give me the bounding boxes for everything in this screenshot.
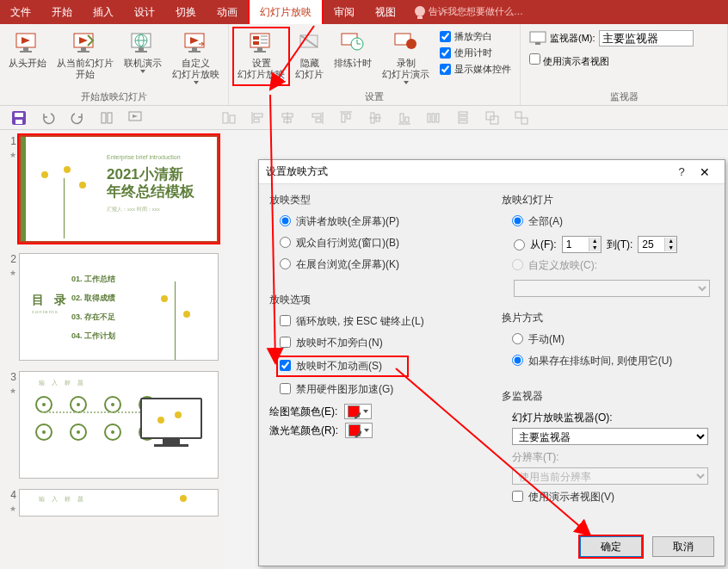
pen-color-picker[interactable] (344, 404, 372, 419)
btn-present-online[interactable]: 联机演示 (119, 27, 167, 86)
chk-no-animation[interactable]: 放映时不加动画(S) (278, 357, 407, 375)
tab-transition[interactable]: 切换 (165, 0, 207, 24)
start-show-icon[interactable] (127, 109, 145, 127)
radio-all[interactable]: 全部(A) (512, 214, 714, 229)
monitor-illustration (140, 398, 202, 439)
svg-rect-29 (535, 42, 540, 45)
btn-hide-slide[interactable]: 隐藏幻灯片 (290, 27, 329, 86)
ribbon-group-monitor: 监视器(M): 使用演示者视图 监视器 (521, 24, 728, 105)
chk-no-narration[interactable]: 放映时不加旁白(N) (280, 336, 481, 350)
thumb-number: 1★ (3, 135, 19, 243)
laser-color-picker[interactable] (345, 423, 373, 438)
tab-review[interactable]: 审阅 (324, 0, 365, 24)
setup-icon (248, 28, 275, 56)
svg-rect-11 (135, 51, 147, 53)
tab-home[interactable]: 开始 (41, 0, 83, 24)
thumb-4[interactable]: 4★ 输 入 标 题 (3, 489, 219, 516)
touch-mode-icon[interactable] (98, 109, 115, 127)
spin-up-icon[interactable]: ▲ (589, 238, 601, 244)
close-icon[interactable]: ✕ (692, 165, 718, 179)
thumb-1[interactable]: 1★ Enterprise brief introduction 2021小清新… (3, 135, 219, 243)
monitor-select[interactable] (599, 30, 694, 46)
lbl-show-on: 幻灯片放映监视器(O): (512, 411, 714, 425)
tab-file[interactable]: 文件 (0, 0, 41, 24)
chk-presenter-view[interactable]: 使用演示者视图 (529, 53, 609, 68)
distribute-h-icon[interactable] (425, 109, 442, 127)
custom-show-select (514, 280, 710, 297)
svg-rect-37 (230, 115, 235, 123)
section-show-type: 放映类型 (269, 193, 481, 207)
align-middle-icon[interactable] (367, 109, 384, 127)
tab-design[interactable]: 设计 (124, 0, 165, 24)
chk-loop[interactable]: 循环放映, 按 ESC 键终止(L) (280, 314, 481, 329)
select-show-on[interactable]: 主要监视器 (512, 428, 708, 445)
chk-presenter-view-dlg[interactable]: 使用演示者视图(V) (512, 490, 714, 504)
align-right-icon[interactable] (308, 109, 325, 127)
svg-rect-65 (521, 118, 527, 124)
btn-setup-slideshow[interactable]: 设置幻灯片放映 (232, 27, 290, 86)
lightbulb-icon (415, 6, 425, 16)
btn-from-beginning[interactable]: 从头开始 (3, 27, 52, 86)
redo-icon[interactable] (69, 109, 86, 127)
radio-use-timings[interactable]: 如果存在排练时间, 则使用它(U) (512, 354, 714, 368)
svg-rect-33 (102, 113, 106, 123)
chk-show-media[interactable]: 显示媒体控件 (440, 63, 511, 76)
ungroup-icon[interactable] (513, 109, 530, 127)
spin-down-icon[interactable]: ▼ (664, 244, 676, 251)
chk-disable-hw[interactable]: 禁用硬件图形加速(G) (280, 382, 481, 397)
spin-from[interactable]: ▲▼ (562, 236, 602, 253)
svg-rect-61 (459, 121, 467, 123)
align-icon[interactable] (220, 109, 238, 127)
align-bottom-icon[interactable] (396, 109, 413, 127)
svg-point-27 (406, 39, 416, 49)
svg-rect-54 (400, 114, 404, 122)
align-center-icon[interactable] (279, 109, 296, 127)
group-title-setup: 设置 (232, 89, 516, 105)
svg-rect-16 (253, 36, 259, 40)
dialog-titlebar[interactable]: 设置放映方式 ? ✕ (259, 160, 725, 184)
radio-presenter[interactable]: 演讲者放映(全屏幕)(P) (280, 214, 481, 229)
btn-ok[interactable]: 确定 (580, 536, 642, 557)
chk-play-narration[interactable]: 播放旁白 (440, 30, 511, 43)
svg-rect-46 (316, 119, 321, 122)
section-show-slides: 放映幻灯片 (502, 193, 714, 207)
btn-cancel[interactable]: 取消 (652, 536, 714, 557)
tab-animation[interactable]: 动画 (207, 0, 248, 24)
chk-use-timings[interactable]: 使用计时 (440, 46, 511, 59)
spin-to[interactable]: ▲▼ (638, 236, 677, 253)
tab-slideshow[interactable]: 幻灯片放映 (248, 0, 324, 24)
tab-insert[interactable]: 插入 (83, 0, 124, 24)
thumb-number: 2★ (3, 253, 19, 361)
radio-kiosk[interactable]: 在展台浏览(全屏幕)(K) (280, 257, 481, 272)
help-icon[interactable]: ? (671, 165, 692, 178)
radio-from[interactable] (514, 239, 525, 250)
btn-rehearse[interactable]: 排练计时 (329, 27, 377, 86)
save-icon[interactable] (10, 109, 28, 127)
section-multi-monitor: 多监视器 (502, 389, 714, 404)
radio-browse[interactable]: 观众自行浏览(窗口)(B) (280, 236, 481, 250)
chevron-down-icon (363, 410, 368, 413)
tell-me[interactable]: 告诉我您想要做什么… (406, 0, 523, 24)
spin-down-icon[interactable]: ▼ (589, 244, 601, 251)
group-icon[interactable] (484, 109, 501, 127)
svg-rect-19 (254, 51, 266, 53)
distribute-v-icon[interactable] (454, 109, 472, 127)
tab-view[interactable]: 视图 (365, 0, 406, 24)
svg-rect-31 (15, 113, 23, 117)
undo-icon[interactable] (40, 109, 57, 127)
btn-record[interactable]: 录制幻灯片演示 (377, 27, 435, 86)
thumb-3[interactable]: 3★ 输 入 标 题 (3, 371, 219, 479)
radio-from-row: 从(F): ▲▼ 到(T): ▲▼ (514, 236, 714, 253)
spin-up-icon[interactable]: ▲ (664, 238, 676, 244)
thumb-2[interactable]: 2★ 目 录 contents 01. 工作总结 02. 取得成绩 03. 存在… (3, 253, 219, 361)
btn-from-current[interactable]: 从当前幻灯片开始 (52, 27, 119, 86)
align-top-icon[interactable] (337, 109, 355, 127)
btn-custom-show[interactable]: 自定义幻灯片放映 (167, 27, 225, 86)
section-show-options: 放映选项 (269, 293, 481, 307)
svg-rect-15 (250, 34, 269, 47)
svg-rect-58 (436, 114, 439, 122)
svg-rect-48 (342, 114, 345, 122)
radio-manual[interactable]: 手动(M) (512, 332, 714, 347)
custom-show-icon (182, 28, 210, 56)
align-left-icon[interactable] (250, 109, 267, 127)
